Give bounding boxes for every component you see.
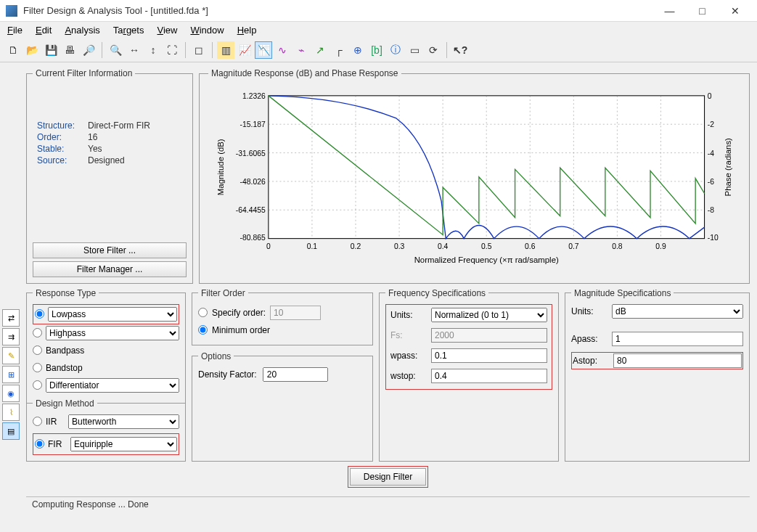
radio-bandstop[interactable] bbox=[33, 363, 42, 372]
menu-file[interactable]: File bbox=[7, 25, 22, 36]
filter-manager-button[interactable]: Filter Manager ... bbox=[33, 261, 187, 277]
magphase-icon[interactable]: 📉 bbox=[255, 41, 272, 59]
radio-bandpass[interactable] bbox=[33, 345, 42, 355]
label-fir: FIR bbox=[48, 439, 67, 449]
lt-btn-5[interactable]: ◉ bbox=[2, 385, 20, 402]
design-filter-button[interactable]: Design Filter bbox=[350, 468, 426, 486]
plot-xlabel: Normalized Frequency (×π rad/sample) bbox=[414, 255, 559, 264]
panel-response-type: Response Type Lowpass Highpass Bandpass … bbox=[26, 288, 186, 462]
label-specify-order: Specify order: bbox=[212, 308, 266, 318]
svg-text:-8: -8 bbox=[708, 206, 714, 214]
zoomfull-icon[interactable]: ⛶ bbox=[163, 41, 181, 59]
label-iir: IIR bbox=[46, 417, 65, 427]
lt-btn-7[interactable]: ▤ bbox=[2, 422, 20, 440]
svg-text:1.2326: 1.2326 bbox=[242, 92, 266, 100]
lt-btn-3[interactable]: ✎ bbox=[2, 347, 20, 364]
cfi-order-value: 16 bbox=[88, 132, 97, 142]
label-bandpass: Bandpass bbox=[46, 345, 84, 356]
input-apass[interactable] bbox=[612, 332, 743, 346]
panel-frequency-specs: Frequency Specifications Units:Normalize… bbox=[379, 288, 559, 462]
window-title: Filter Design & Analysis Tool - [untitle… bbox=[23, 5, 653, 16]
app-icon bbox=[6, 5, 17, 17]
lt-btn-4[interactable]: ⊞ bbox=[2, 366, 20, 383]
opt-legend: Options bbox=[198, 351, 234, 361]
status-text: Computing Response ... Done bbox=[32, 499, 149, 510]
select-highpass[interactable]: Highpass bbox=[46, 326, 179, 340]
phasedelay-icon[interactable]: ↗ bbox=[311, 41, 329, 59]
contexthelp-icon[interactable]: ↖? bbox=[451, 41, 469, 59]
label-wstop: wstop: bbox=[390, 371, 425, 381]
coeffs-icon[interactable]: [b] bbox=[368, 41, 385, 59]
select-mag-units[interactable]: dB bbox=[612, 304, 743, 319]
lt-btn-6[interactable]: ⌇ bbox=[2, 404, 20, 421]
menu-help[interactable]: Help bbox=[237, 25, 257, 36]
menu-window[interactable]: Window bbox=[190, 25, 224, 36]
info-icon[interactable]: ⓘ bbox=[387, 41, 404, 59]
menu-edit[interactable]: Edit bbox=[36, 25, 52, 36]
new-icon[interactable]: 🗋 bbox=[4, 41, 22, 59]
open-icon[interactable]: 📂 bbox=[23, 41, 41, 59]
polezero-icon[interactable]: ⊕ bbox=[349, 41, 367, 59]
panel-filter-order: Filter Order Specify order: Minimum orde… bbox=[192, 288, 373, 345]
input-fs bbox=[431, 328, 547, 343]
input-density-factor[interactable] bbox=[263, 367, 328, 382]
mag-icon[interactable]: 📈 bbox=[236, 41, 253, 59]
panel-options: Options Density Factor: bbox=[192, 351, 373, 462]
svg-text:0: 0 bbox=[266, 242, 271, 250]
cfi-stable-label: Stable: bbox=[37, 144, 88, 154]
svg-text:-2: -2 bbox=[708, 120, 714, 128]
select-freq-units[interactable]: Normalized (0 to 1) bbox=[431, 308, 547, 322]
plot-ylabel-left: Magnitude (dB) bbox=[216, 139, 225, 195]
zoomx-icon[interactable]: ↔ bbox=[126, 41, 143, 59]
plot-ylabel-right: Phase (radians) bbox=[724, 138, 732, 197]
minimize-button[interactable]: — bbox=[653, 0, 686, 22]
titlebar: Filter Design & Analysis Tool - [untitle… bbox=[0, 0, 757, 22]
input-wpass[interactable] bbox=[431, 348, 547, 363]
fullview-icon[interactable]: ◻ bbox=[190, 41, 208, 59]
svg-text:-48.026: -48.026 bbox=[240, 178, 266, 186]
svg-text:-10: -10 bbox=[708, 234, 719, 242]
radio-minimum-order[interactable] bbox=[198, 325, 208, 335]
grpdelay-icon[interactable]: ⌁ bbox=[292, 41, 310, 59]
radio-differentiator[interactable] bbox=[33, 380, 42, 390]
svg-text:0.1: 0.1 bbox=[307, 242, 318, 250]
radio-iir[interactable] bbox=[33, 417, 42, 426]
menu-analysis[interactable]: Analysis bbox=[65, 25, 99, 36]
save-icon[interactable]: 💾 bbox=[42, 41, 60, 59]
printpreview-icon[interactable]: 🔎 bbox=[80, 41, 97, 59]
svg-text:-6: -6 bbox=[708, 178, 714, 186]
close-button[interactable]: ✕ bbox=[719, 0, 751, 22]
impresp-icon[interactable]: ┌ bbox=[330, 41, 348, 59]
plot-legend: Magnitude Response (dB) and Phase Respon… bbox=[208, 68, 401, 78]
menu-view[interactable]: View bbox=[157, 25, 177, 36]
zoomin-icon[interactable]: 🔍 bbox=[107, 41, 124, 59]
select-fir[interactable]: Equiripple bbox=[70, 437, 177, 451]
maximize-button[interactable]: □ bbox=[686, 0, 719, 22]
specs-icon[interactable]: ▥ bbox=[217, 41, 234, 59]
roundoff-icon[interactable]: ⟳ bbox=[425, 41, 442, 59]
lt-btn-2[interactable]: ⇉ bbox=[2, 328, 20, 345]
print-icon[interactable]: 🖶 bbox=[61, 41, 78, 59]
cfi-source-label: Source: bbox=[37, 155, 88, 165]
menu-targets[interactable]: Targets bbox=[113, 25, 144, 36]
svg-text:0.5: 0.5 bbox=[481, 242, 492, 250]
phase-icon[interactable]: ∿ bbox=[274, 41, 291, 59]
radio-fir[interactable] bbox=[35, 439, 44, 449]
radio-specify-order[interactable] bbox=[198, 308, 208, 317]
lt-btn-1[interactable]: ⇄ bbox=[2, 309, 20, 327]
input-wstop[interactable] bbox=[431, 369, 547, 383]
select-lowpass[interactable]: Lowpass bbox=[48, 307, 177, 322]
svg-text:0.8: 0.8 bbox=[612, 242, 623, 250]
zoomy-icon[interactable]: ↕ bbox=[144, 41, 162, 59]
svg-text:-15.187: -15.187 bbox=[240, 120, 266, 128]
cfi-structure-label: Structure: bbox=[37, 120, 88, 131]
radio-highpass[interactable] bbox=[33, 328, 42, 337]
panel-magnitude-phase-plot: Magnitude Response (dB) and Phase Respon… bbox=[199, 68, 750, 284]
select-iir[interactable]: Butterworth bbox=[68, 414, 179, 429]
input-astop[interactable] bbox=[613, 353, 742, 368]
stepresp-icon[interactable]: ▭ bbox=[406, 41, 423, 59]
label-wpass: wpass: bbox=[390, 351, 425, 361]
select-differentiator[interactable]: Differentiator bbox=[46, 378, 179, 393]
radio-lowpass[interactable] bbox=[35, 309, 44, 319]
store-filter-button[interactable]: Store Filter ... bbox=[33, 242, 187, 258]
